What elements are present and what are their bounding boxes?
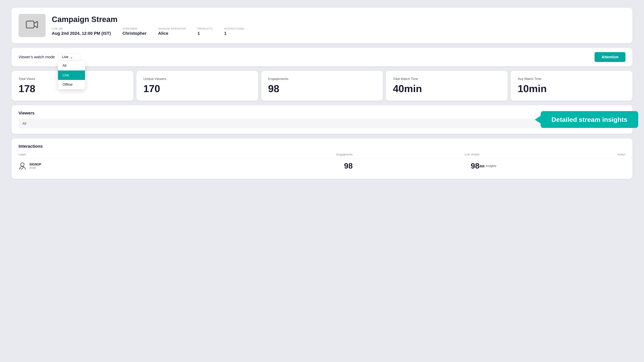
shadow-operator-value: Alice: [158, 31, 186, 36]
stat-avg-watch-time: Avg Watch Time 10min: [511, 71, 632, 101]
watch-mode-dropdown-container[interactable]: Live ⌄ All Live Offline: [58, 53, 81, 61]
streamer-label: STREAMER: [122, 27, 147, 30]
campaign-thumbnail: [18, 14, 46, 37]
stats-row: Total Views 178 Unique Viewers 170 Engag…: [12, 71, 632, 101]
tooltip-arrow: [535, 116, 541, 123]
watch-mode-option-offline[interactable]: Offline: [58, 80, 85, 89]
user-icon: [18, 162, 26, 170]
campaign-title: Campaign Stream: [52, 15, 244, 24]
svg-point-1: [21, 163, 24, 166]
watch-mode-menu[interactable]: All Live Offline: [58, 61, 85, 89]
viewers-filter[interactable]: All ⌄: [18, 119, 626, 128]
products-group: PRODUCTS 1: [198, 27, 212, 36]
watch-mode-dropdown[interactable]: Live ⌄: [58, 53, 81, 61]
watch-mode-selected: Live: [62, 55, 68, 59]
streamer-value: Christopher: [122, 31, 147, 36]
interactions-table: Label Engagments Link Visited Action: [18, 153, 626, 173]
total-watch-time-value: 40min: [393, 83, 501, 94]
interaction-name: SIGNUP: [29, 163, 41, 166]
total-watch-time-label: Total Watch Time: [393, 77, 501, 81]
viewers-title: Viewers: [18, 111, 626, 116]
watch-mode-left: Viewer's watch mode Live ⌄ All Live Offl…: [18, 53, 81, 61]
unique-viewers-value: 170: [143, 83, 251, 94]
table-row: SIGNUP email 98 98 ▮▮▮ Insights: [18, 158, 626, 174]
video-camera-icon: [26, 20, 38, 31]
interaction-engagements: 98: [213, 158, 353, 174]
interactions-header-group: INTERACTIONS 1: [224, 27, 244, 36]
streamer-group: STREAMER Christopher: [122, 27, 147, 36]
viewers-filter-value: All: [22, 122, 26, 126]
live-on-label: LIVE ON: [52, 27, 111, 30]
watch-mode-option-all[interactable]: All: [58, 61, 85, 70]
col-engagements: Engagments: [213, 153, 353, 158]
avg-watch-time-label: Avg Watch Time: [518, 77, 626, 81]
interaction-link-visited: 98: [353, 158, 480, 174]
live-on-value: Aug 2nd 2024, 12:00 PM (IST): [52, 31, 111, 36]
interactions-title: Interactions: [18, 144, 626, 149]
header-meta: LIVE ON Aug 2nd 2024, 12:00 PM (IST) STR…: [52, 27, 244, 36]
products-value: 1: [198, 31, 212, 36]
stat-total-watch-time: Total Watch Time 40min: [386, 71, 508, 101]
bar-chart-icon: ▮▮▮: [480, 164, 484, 168]
unique-viewers-label: Unique Viewers: [143, 77, 251, 81]
products-label: PRODUCTS: [198, 27, 212, 30]
insights-button[interactable]: ▮▮▮ Insights: [480, 164, 496, 168]
stat-unique-viewers: Unique Viewers 170: [136, 71, 258, 101]
watch-mode-option-live[interactable]: Live: [58, 70, 85, 80]
chevron-down-icon: ⌄: [70, 55, 73, 59]
attention-button[interactable]: Attention: [594, 52, 626, 62]
tooltip-bubble: Detailed stream insights: [541, 111, 638, 128]
stat-engagements: Engagements 98: [261, 71, 383, 101]
watch-mode-card: Viewer's watch mode Live ⌄ All Live Offl…: [12, 48, 632, 66]
shadow-operator-label: SHADOW OPERATOR: [158, 27, 186, 30]
col-action: Action: [480, 153, 626, 158]
viewers-section: Viewers All ⌄ Detailed stream insights: [12, 105, 632, 134]
detailed-insights-tooltip: Detailed stream insights: [535, 111, 638, 128]
header-info: Campaign Stream LIVE ON Aug 2nd 2024, 12…: [52, 15, 244, 36]
engagements-value: 98: [268, 83, 376, 94]
interaction-action[interactable]: ▮▮▮ Insights: [480, 158, 626, 174]
watch-mode-label: Viewer's watch mode: [18, 55, 55, 59]
col-label: Label: [18, 153, 213, 158]
avg-watch-time-value: 10min: [518, 83, 626, 94]
svg-rect-0: [26, 21, 34, 28]
engagements-label: Engagements: [268, 77, 376, 81]
interaction-sub: email: [29, 166, 41, 169]
col-link-visited: Link Visited: [353, 153, 480, 158]
interactions-header-label: INTERACTIONS: [224, 27, 244, 30]
insights-label: Insights: [486, 164, 496, 168]
interaction-label-cell: SIGNUP email: [18, 158, 213, 174]
interactions-card: Interactions Label Engagments Link Visit…: [12, 138, 632, 179]
interactions-header-value: 1: [224, 31, 244, 36]
shadow-operator-group: SHADOW OPERATOR Alice: [158, 27, 186, 36]
live-on-group: LIVE ON Aug 2nd 2024, 12:00 PM (IST): [52, 27, 111, 36]
header-card: Campaign Stream LIVE ON Aug 2nd 2024, 12…: [12, 8, 632, 43]
